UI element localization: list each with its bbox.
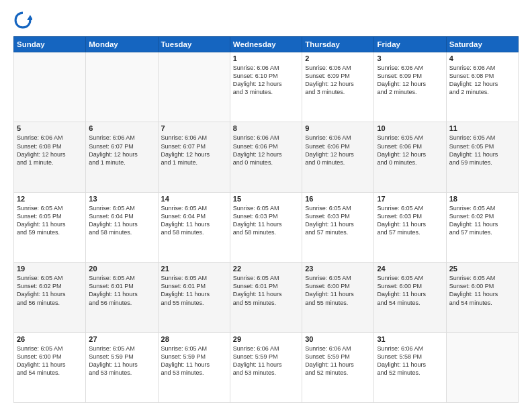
- day-number: 24: [377, 265, 443, 273]
- day-cell: 14Sunrise: 6:05 AM Sunset: 6:04 PM Dayli…: [158, 192, 230, 262]
- day-cell: 24Sunrise: 6:05 AM Sunset: 6:00 PM Dayli…: [374, 263, 446, 332]
- day-cell: 13Sunrise: 6:05 AM Sunset: 6:04 PM Dayli…: [86, 192, 158, 262]
- day-number: 18: [449, 195, 515, 203]
- day-number: 5: [17, 124, 83, 132]
- day-number: 29: [233, 335, 299, 343]
- day-cell: 5Sunrise: 6:06 AM Sunset: 6:08 PM Daylig…: [14, 122, 86, 192]
- day-info: Sunrise: 6:06 AM Sunset: 6:09 PM Dayligh…: [377, 64, 443, 97]
- day-cell: 11Sunrise: 6:05 AM Sunset: 6:05 PM Dayli…: [446, 122, 518, 192]
- day-info: Sunrise: 6:05 AM Sunset: 6:03 PM Dayligh…: [377, 204, 443, 237]
- week-row-3: 12Sunrise: 6:05 AM Sunset: 6:05 PM Dayli…: [14, 192, 519, 262]
- weekday-header-wednesday: Wednesday: [230, 37, 302, 52]
- weekday-header-saturday: Saturday: [446, 37, 518, 52]
- logo-icon: [13, 11, 32, 30]
- weekday-header-row: SundayMondayTuesdayWednesdayThursdayFrid…: [14, 37, 519, 52]
- day-cell: 15Sunrise: 6:05 AM Sunset: 6:03 PM Dayli…: [230, 192, 302, 262]
- logo: [13, 11, 35, 30]
- day-info: Sunrise: 6:05 AM Sunset: 6:01 PM Dayligh…: [161, 274, 227, 307]
- day-info: Sunrise: 6:05 AM Sunset: 6:06 PM Dayligh…: [377, 134, 443, 167]
- day-info: Sunrise: 6:06 AM Sunset: 5:58 PM Dayligh…: [377, 345, 443, 377]
- day-cell: 17Sunrise: 6:05 AM Sunset: 6:03 PM Dayli…: [374, 192, 446, 262]
- day-info: Sunrise: 6:05 AM Sunset: 6:02 PM Dayligh…: [17, 274, 83, 307]
- day-info: Sunrise: 6:05 AM Sunset: 6:00 PM Dayligh…: [17, 345, 83, 377]
- day-info: Sunrise: 6:05 AM Sunset: 6:01 PM Dayligh…: [89, 274, 154, 307]
- day-number: 6: [89, 124, 154, 132]
- day-info: Sunrise: 6:06 AM Sunset: 5:59 PM Dayligh…: [305, 345, 371, 377]
- day-cell: 31Sunrise: 6:06 AM Sunset: 5:58 PM Dayli…: [374, 332, 446, 402]
- day-info: Sunrise: 6:06 AM Sunset: 6:09 PM Dayligh…: [305, 64, 371, 97]
- day-number: 11: [449, 124, 515, 132]
- day-number: 12: [17, 195, 83, 203]
- day-number: 22: [233, 265, 299, 273]
- day-info: Sunrise: 6:05 AM Sunset: 6:00 PM Dayligh…: [377, 274, 443, 307]
- day-cell: 9Sunrise: 6:06 AM Sunset: 6:06 PM Daylig…: [302, 122, 374, 192]
- day-cell: 7Sunrise: 6:06 AM Sunset: 6:07 PM Daylig…: [158, 122, 230, 192]
- day-info: Sunrise: 6:06 AM Sunset: 6:07 PM Dayligh…: [161, 134, 227, 167]
- day-cell: 12Sunrise: 6:05 AM Sunset: 6:05 PM Dayli…: [14, 192, 86, 262]
- day-number: 1: [233, 54, 299, 62]
- day-cell: [14, 52, 86, 122]
- day-number: 28: [161, 335, 227, 343]
- day-info: Sunrise: 6:06 AM Sunset: 6:10 PM Dayligh…: [233, 64, 299, 97]
- day-cell: 2Sunrise: 6:06 AM Sunset: 6:09 PM Daylig…: [302, 52, 374, 122]
- day-number: 30: [305, 335, 371, 343]
- day-number: 26: [17, 335, 83, 343]
- day-info: Sunrise: 6:05 AM Sunset: 6:02 PM Dayligh…: [449, 204, 515, 237]
- day-cell: 3Sunrise: 6:06 AM Sunset: 6:09 PM Daylig…: [374, 52, 446, 122]
- day-info: Sunrise: 6:06 AM Sunset: 6:08 PM Dayligh…: [449, 64, 515, 97]
- day-info: Sunrise: 6:05 AM Sunset: 6:04 PM Dayligh…: [89, 204, 154, 237]
- weekday-header-tuesday: Tuesday: [158, 37, 230, 52]
- day-info: Sunrise: 6:05 AM Sunset: 6:03 PM Dayligh…: [305, 204, 371, 237]
- day-info: Sunrise: 6:05 AM Sunset: 6:00 PM Dayligh…: [449, 274, 515, 307]
- day-info: Sunrise: 6:05 AM Sunset: 6:00 PM Dayligh…: [305, 274, 371, 307]
- day-info: Sunrise: 6:05 AM Sunset: 6:03 PM Dayligh…: [233, 204, 299, 237]
- day-info: Sunrise: 6:06 AM Sunset: 6:07 PM Dayligh…: [89, 134, 154, 167]
- day-cell: 21Sunrise: 6:05 AM Sunset: 6:01 PM Dayli…: [158, 263, 230, 332]
- day-number: 16: [305, 195, 371, 203]
- day-cell: 25Sunrise: 6:05 AM Sunset: 6:00 PM Dayli…: [446, 263, 518, 332]
- header: [13, 11, 519, 30]
- day-number: 14: [161, 195, 227, 203]
- day-number: 21: [161, 265, 227, 273]
- day-info: Sunrise: 6:05 AM Sunset: 6:01 PM Dayligh…: [233, 274, 299, 307]
- day-cell: 26Sunrise: 6:05 AM Sunset: 6:00 PM Dayli…: [14, 332, 86, 402]
- day-number: 10: [377, 124, 443, 132]
- week-row-2: 5Sunrise: 6:06 AM Sunset: 6:08 PM Daylig…: [14, 122, 519, 192]
- day-number: 8: [233, 124, 299, 132]
- day-info: Sunrise: 6:06 AM Sunset: 6:06 PM Dayligh…: [305, 134, 371, 167]
- day-cell: 27Sunrise: 6:05 AM Sunset: 5:59 PM Dayli…: [86, 332, 158, 402]
- day-number: 13: [89, 195, 154, 203]
- day-number: 3: [377, 54, 443, 62]
- week-row-1: 1Sunrise: 6:06 AM Sunset: 6:10 PM Daylig…: [14, 52, 519, 122]
- day-number: 7: [161, 124, 227, 132]
- day-cell: 30Sunrise: 6:06 AM Sunset: 5:59 PM Dayli…: [302, 332, 374, 402]
- day-number: 9: [305, 124, 371, 132]
- day-number: 15: [233, 195, 299, 203]
- calendar-table: SundayMondayTuesdayWednesdayThursdayFrid…: [13, 36, 519, 403]
- day-number: 31: [377, 335, 443, 343]
- day-info: Sunrise: 6:06 AM Sunset: 5:59 PM Dayligh…: [233, 345, 299, 377]
- day-number: 27: [89, 335, 154, 343]
- day-number: 23: [305, 265, 371, 273]
- day-cell: 1Sunrise: 6:06 AM Sunset: 6:10 PM Daylig…: [230, 52, 302, 122]
- page: SundayMondayTuesdayWednesdayThursdayFrid…: [0, 0, 532, 411]
- day-info: Sunrise: 6:05 AM Sunset: 6:05 PM Dayligh…: [449, 134, 515, 167]
- day-cell: 28Sunrise: 6:05 AM Sunset: 5:59 PM Dayli…: [158, 332, 230, 402]
- day-info: Sunrise: 6:05 AM Sunset: 5:59 PM Dayligh…: [161, 345, 227, 377]
- day-cell: [158, 52, 230, 122]
- day-cell: [86, 52, 158, 122]
- week-row-4: 19Sunrise: 6:05 AM Sunset: 6:02 PM Dayli…: [14, 263, 519, 332]
- day-number: 2: [305, 54, 371, 62]
- day-info: Sunrise: 6:05 AM Sunset: 5:59 PM Dayligh…: [89, 345, 154, 377]
- day-cell: 23Sunrise: 6:05 AM Sunset: 6:00 PM Dayli…: [302, 263, 374, 332]
- day-cell: 8Sunrise: 6:06 AM Sunset: 6:06 PM Daylig…: [230, 122, 302, 192]
- day-cell: [446, 332, 518, 402]
- weekday-header-thursday: Thursday: [302, 37, 374, 52]
- day-cell: 6Sunrise: 6:06 AM Sunset: 6:07 PM Daylig…: [86, 122, 158, 192]
- day-cell: 16Sunrise: 6:05 AM Sunset: 6:03 PM Dayli…: [302, 192, 374, 262]
- weekday-header-monday: Monday: [86, 37, 158, 52]
- day-number: 4: [449, 54, 515, 62]
- day-number: 17: [377, 195, 443, 203]
- day-number: 25: [449, 265, 515, 273]
- weekday-header-sunday: Sunday: [14, 37, 86, 52]
